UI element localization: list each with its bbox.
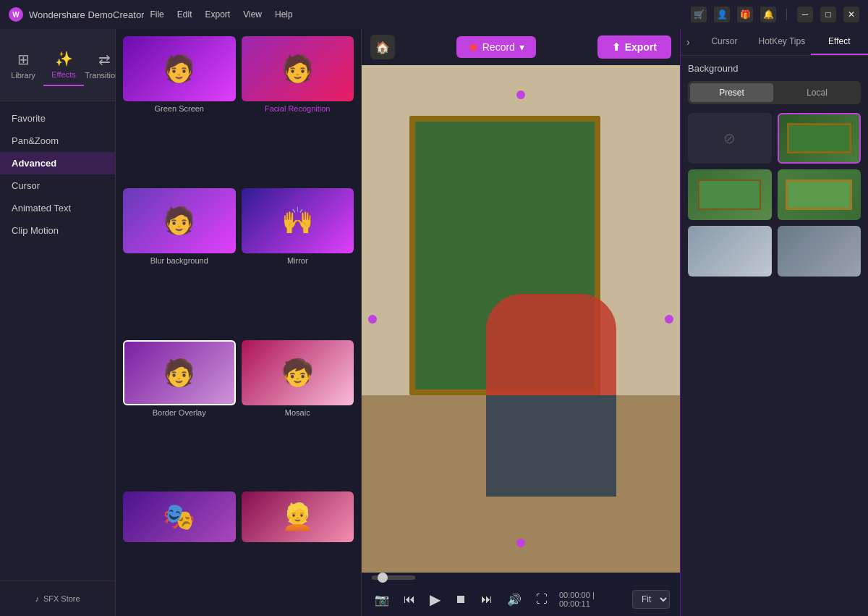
menu-help[interactable]: Help [275, 9, 293, 20]
sidebar-item-advanced[interactable]: Advanced [0, 152, 115, 174]
library-icon: ⊞ [17, 51, 30, 68]
border-label: Border Overlay [123, 408, 236, 420]
facial-thumb-icon: 🧑 [281, 54, 314, 84]
export-label: Export [625, 41, 657, 53]
effect-card-green-screen[interactable]: 🧑 Green Screen [123, 36, 236, 182]
volume-button[interactable]: 🔊 [504, 590, 524, 609]
green-screen-label: Green Screen [123, 104, 236, 116]
mosaic-thumb-icon: 🧒 [281, 358, 314, 388]
right-panel-tabs: › Cursor HotKey Tips Effect [681, 29, 868, 56]
export-icon: ⬆ [612, 41, 621, 53]
rewind-button[interactable]: ⏮ [401, 590, 418, 609]
bg-disabled-icon: ⊘ [723, 130, 736, 147]
tab-library[interactable]: ⊞ Library [3, 45, 43, 85]
effect-card-partial1[interactable]: 🎭 [123, 491, 236, 609]
right-panel: › Cursor HotKey Tips Effect Background P… [680, 29, 868, 616]
tab-sfxstore[interactable]: ♪ SFX Store [6, 588, 109, 609]
preset-toggle: Preset Local [688, 81, 861, 104]
playhead-bar[interactable] [372, 575, 415, 580]
gift-icon[interactable]: 🎁 [737, 7, 753, 22]
bg-chalkboard2[interactable] [688, 169, 772, 220]
screenshot-button[interactable]: 📷 [372, 590, 392, 609]
effects-grid: 🧑 Green Screen 🧑 Facial Recognition 🧑 Bl… [116, 29, 361, 616]
effect-card-partial2[interactable]: 👱 [242, 491, 354, 609]
time-separator: | [592, 591, 595, 599]
title-bar: W Wondershare DemoCreator File Edit Expo… [0, 0, 868, 29]
mirror-thumb-icon: 🙌 [281, 206, 314, 236]
minimize-button[interactable]: ─ [797, 7, 813, 22]
video-topbar: 🏠 ⏺ Record ▾ ⬆ Export [362, 29, 680, 65]
effect-card-border-overlay[interactable]: 🧑 Border Overlay [123, 340, 236, 486]
sidebar-item-panzoom[interactable]: Pan&Zoom [0, 130, 115, 152]
record-label: Record [482, 41, 515, 53]
app-name: Wondershare DemoCreator [29, 9, 144, 20]
right-panel-chevron[interactable]: › [681, 29, 696, 55]
blur-thumb-icon: 🧑 [163, 206, 195, 236]
menu-edit[interactable]: Edit [177, 9, 192, 20]
app-logo: W [9, 7, 23, 22]
fast-forward-button[interactable]: ⏭ [478, 590, 495, 609]
effect-card-facial-recognition[interactable]: 🧑 Facial Recognition [242, 36, 354, 182]
tab-cursor[interactable]: Cursor [696, 29, 753, 55]
video-preview [362, 65, 680, 573]
right-panel-content: Background Preset Local ⊘ [681, 56, 868, 616]
time-display: 00:00:00 | 00:00:11 [559, 591, 624, 608]
record-chevron-icon: ▾ [519, 41, 524, 53]
export-button[interactable]: ⬆ Export [597, 35, 671, 59]
mosaic-label: Mosaic [242, 408, 354, 420]
record-icon: ⏺ [468, 41, 478, 53]
playhead-thumb[interactable] [378, 573, 388, 583]
home-button[interactable]: 🏠 [370, 35, 395, 59]
maximize-button[interactable]: □ [820, 7, 836, 22]
bg-disabled[interactable]: ⊘ [688, 113, 772, 164]
bg-office1[interactable] [688, 226, 772, 277]
effect-card-blur[interactable]: 🧑 Blur background [123, 188, 236, 334]
main-layout: ⊞ Library ✨ Effects ⇄ Transitions ✎ Anno… [0, 29, 868, 616]
effect-card-mirror[interactable]: 🙌 Mirror [242, 188, 354, 334]
sidebar: Favorite Pan&Zoom Advanced Cursor Animat… [0, 101, 115, 581]
title-bar-menu: File Edit Export View Help [150, 9, 292, 20]
preset-button[interactable]: Preset [690, 83, 773, 102]
user-icon[interactable]: 👤 [714, 7, 730, 22]
menu-file[interactable]: File [150, 9, 163, 20]
local-button[interactable]: Local [775, 83, 859, 102]
left-panel: ⊞ Library ✨ Effects ⇄ Transitions ✎ Anno… [0, 29, 116, 616]
tab-bar: ⊞ Library ✨ Effects ⇄ Transitions ✎ Anno… [0, 29, 115, 101]
video-controls: 📷 ⏮ ▶ ⏹ ⏭ 🔊 ⛶ 00:00:00 | 00:00:11 Fit [362, 583, 680, 616]
tab-effects-label: Effects [51, 70, 75, 79]
fit-select[interactable]: Fit [632, 590, 670, 609]
total-time: 00:00:11 [559, 599, 590, 608]
sidebar-item-animated-text[interactable]: Animated Text [0, 197, 115, 219]
current-time: 00:00:00 [559, 591, 590, 599]
fullscreen-button[interactable]: ⛶ [533, 590, 550, 609]
sfxstore-icon: ♪ [35, 594, 39, 603]
effect-card-mosaic[interactable]: 🧒 Mosaic [242, 340, 354, 486]
partial2-thumb-icon: 👱 [281, 502, 314, 532]
bg-chalkboard3[interactable] [778, 169, 861, 220]
background-grid: ⊘ [688, 113, 861, 277]
menu-view[interactable]: View [243, 9, 262, 20]
cart-icon[interactable]: 🛒 [691, 7, 707, 22]
sidebar-item-favorite[interactable]: Favorite [0, 107, 115, 130]
bg-office2[interactable] [778, 226, 861, 277]
tab-hotkey-tips[interactable]: HotKey Tips [753, 29, 810, 55]
record-button[interactable]: ⏺ Record ▾ [456, 36, 536, 58]
play-button[interactable]: ▶ [427, 588, 443, 611]
bg-chalkboard1[interactable] [778, 113, 861, 164]
tab-effects[interactable]: ✨ Effects [43, 44, 84, 86]
effects-icon: ✨ [55, 50, 73, 67]
tab-sfxstore-label: SFX Store [43, 594, 80, 603]
sidebar-item-clip-motion[interactable]: Clip Motion [0, 219, 115, 242]
transitions-icon: ⇄ [98, 51, 111, 68]
close-button[interactable]: ✕ [843, 7, 859, 22]
menu-export[interactable]: Export [205, 9, 230, 20]
facial-recognition-label: Facial Recognition [242, 104, 354, 116]
stop-button[interactable]: ⏹ [452, 590, 469, 609]
sidebar-item-cursor[interactable]: Cursor [0, 174, 115, 197]
bell-icon[interactable]: 🔔 [760, 7, 776, 22]
video-area: 🏠 ⏺ Record ▾ ⬆ Export [362, 29, 680, 616]
tab-library-label: Library [11, 71, 35, 80]
background-section-title: Background [688, 63, 861, 74]
tab-effect[interactable]: Effect [811, 29, 868, 55]
title-bar-left: W Wondershare DemoCreator File Edit Expo… [9, 7, 293, 22]
